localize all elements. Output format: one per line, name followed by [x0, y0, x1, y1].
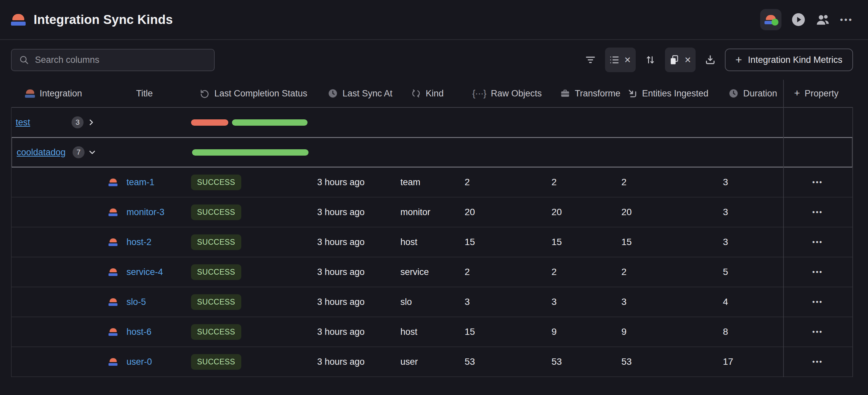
briefcase-icon	[560, 89, 570, 98]
duration-value: 3	[720, 177, 782, 188]
kind-link[interactable]: team-1	[126, 177, 154, 188]
column-header-duration[interactable]: Duration	[720, 89, 782, 99]
group-row-test[interactable]: test 3	[11, 107, 853, 137]
search-icon	[19, 55, 29, 65]
table-header-row: Integration Title Last Completion Status…	[11, 80, 853, 107]
kind-link[interactable]: host-2	[126, 237, 151, 248]
add-metrics-label: Integration Kind Metrics	[748, 55, 842, 65]
last-sync-value: 3 hours ago	[314, 237, 398, 248]
filter-button[interactable]	[585, 55, 596, 65]
integration-logo-icon	[108, 298, 118, 306]
row-more-button[interactable]: •••	[812, 208, 823, 217]
entities-ingested-value: 15	[619, 237, 720, 248]
group-row-cooldatadog[interactable]: cooldatadog 7	[11, 137, 853, 168]
search-columns-input[interactable]	[35, 55, 207, 65]
header-left: Integration Sync Kinds	[11, 13, 173, 27]
clear-copy-icon[interactable]: ✕	[684, 56, 691, 64]
status-badge: SUCCESS	[191, 204, 241, 220]
kind-value: monitor	[398, 207, 463, 218]
success-status-bar	[232, 119, 308, 126]
column-header-transformed[interactable]: Transforme	[548, 89, 619, 99]
status-badge: SUCCESS	[191, 354, 241, 370]
more-options-button[interactable]: •••	[840, 14, 853, 25]
group-count-badge: 7	[72, 146, 85, 158]
table-row[interactable]: team-1 SUCCESS 3 hours ago team 2 2 2 3 …	[11, 168, 853, 197]
column-header-kind[interactable]: Kind	[398, 89, 463, 99]
chevron-down-icon[interactable]	[88, 148, 96, 157]
clock-icon	[728, 89, 739, 98]
row-more-button[interactable]: •••	[812, 357, 823, 366]
table-row[interactable]: slo-5 SUCCESS 3 hours ago slo 3 3 3 4 ••…	[11, 287, 853, 317]
last-sync-value: 3 hours ago	[314, 357, 398, 367]
column-header-last-sync-at[interactable]: Last Sync At	[314, 89, 398, 99]
group-link[interactable]: cooldatadog	[17, 147, 72, 158]
list-icon	[610, 55, 619, 65]
table-left-border	[11, 107, 12, 377]
table-row[interactable]: host-6 SUCCESS 3 hours ago host 15 9 9 8…	[11, 317, 853, 347]
status-distribution	[185, 119, 314, 126]
kind-link[interactable]: service-4	[126, 267, 163, 277]
kind-value: host	[398, 327, 463, 337]
row-more-button[interactable]: •••	[812, 328, 823, 336]
duration-value: 3	[720, 237, 782, 248]
status-badge: SUCCESS	[191, 174, 241, 190]
last-sync-value: 3 hours ago	[314, 327, 398, 337]
kind-value: host	[398, 237, 463, 248]
table-row[interactable]: host-2 SUCCESS 3 hours ago host 15 15 15…	[11, 227, 853, 257]
sync-icon	[411, 89, 421, 98]
column-header-integration[interactable]: Integration	[11, 89, 104, 99]
group-count-badge: 3	[71, 117, 84, 128]
column-header-last-completion-status[interactable]: Last Completion Status	[185, 89, 314, 99]
add-integration-kind-metrics-button[interactable]: + Integration Kind Metrics	[725, 48, 854, 71]
table-row[interactable]: monitor-3 SUCCESS 3 hours ago monitor 20…	[11, 197, 853, 227]
kind-link[interactable]: monitor-3	[126, 207, 164, 218]
braces-icon: {···}	[472, 88, 486, 99]
users-button[interactable]	[815, 13, 830, 26]
integration-logo-icon	[108, 178, 118, 186]
kind-link[interactable]: host-6	[126, 327, 151, 337]
transformed-value: 15	[548, 237, 619, 248]
play-circle-icon	[792, 13, 805, 27]
integration-column-icon	[25, 90, 35, 98]
add-property-button[interactable]: + Property	[782, 89, 853, 99]
status-distribution	[186, 149, 315, 156]
success-status-bar	[192, 149, 309, 156]
filter-icon	[585, 55, 596, 65]
clear-group-by-icon[interactable]: ✕	[624, 56, 631, 64]
raw-objects-value: 53	[463, 356, 548, 367]
column-header-raw-objects[interactable]: {···} Raw Objects	[463, 88, 548, 99]
group-by-button[interactable]: ✕	[605, 47, 636, 72]
download-button[interactable]	[705, 55, 716, 65]
group-link[interactable]: test	[16, 118, 71, 128]
chevron-right-icon[interactable]	[87, 118, 95, 127]
integration-app-button[interactable]	[760, 9, 781, 30]
row-more-button[interactable]: •••	[812, 298, 823, 306]
last-sync-value: 3 hours ago	[314, 177, 398, 188]
row-more-button[interactable]: •••	[812, 268, 823, 276]
integration-logo-icon	[108, 268, 118, 276]
integration-logo-icon	[108, 208, 118, 216]
table-row[interactable]: user-0 SUCCESS 3 hours ago user 53 53 53…	[11, 347, 853, 377]
sort-arrows-icon	[645, 54, 656, 66]
kind-link[interactable]: slo-5	[126, 297, 146, 307]
column-header-entities-ingested[interactable]: Entities Ingested	[619, 89, 720, 99]
kind-value: slo	[398, 297, 463, 307]
row-more-button[interactable]: •••	[812, 238, 823, 246]
kind-link[interactable]: user-0	[126, 357, 152, 367]
toolbar: ✕ ✕ + Integ	[0, 40, 868, 80]
copy-view-button[interactable]: ✕	[665, 47, 695, 72]
play-button[interactable]	[792, 13, 805, 27]
more-options-icon: •••	[840, 14, 853, 25]
row-more-button[interactable]: •••	[812, 178, 823, 187]
column-header-title[interactable]: Title	[104, 89, 185, 99]
table-right-border	[852, 107, 853, 377]
entities-ingested-value: 20	[619, 207, 720, 218]
page-title: Integration Sync Kinds	[34, 13, 173, 27]
sort-button[interactable]	[645, 54, 656, 66]
raw-objects-value: 15	[463, 237, 548, 248]
integration-logo-icon	[108, 238, 118, 246]
error-status-bar	[191, 119, 228, 126]
duration-value: 5	[720, 267, 782, 277]
entities-ingested-value: 3	[619, 297, 720, 307]
table-row[interactable]: service-4 SUCCESS 3 hours ago service 2 …	[11, 257, 853, 287]
